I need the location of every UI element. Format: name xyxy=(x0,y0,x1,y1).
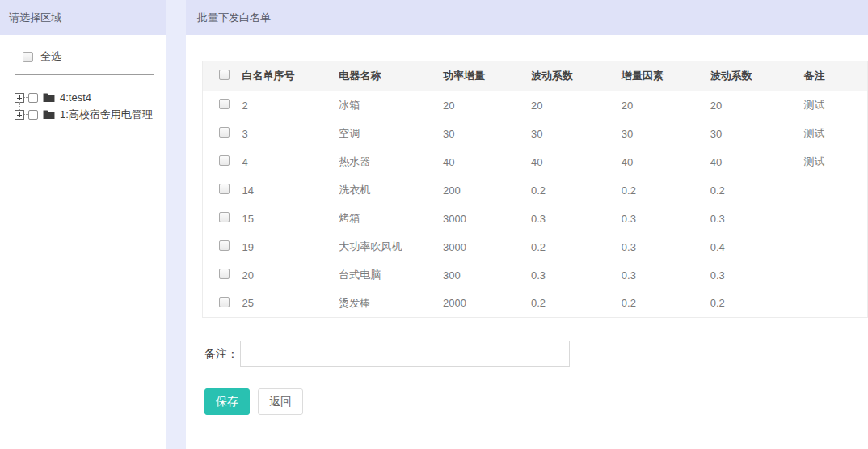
tree-node-checkbox[interactable] xyxy=(28,110,38,120)
row-checkbox-cell xyxy=(203,205,242,233)
select-all-rows-checkbox[interactable] xyxy=(219,70,230,80)
table-body: 2冰箱20202020测试3空调30303030测试4热水器40404040测试… xyxy=(203,91,868,318)
table-cell: 30 xyxy=(531,120,622,148)
table-cell xyxy=(804,176,868,205)
save-button[interactable]: 保存 xyxy=(204,388,250,415)
select-all-checkbox[interactable] xyxy=(23,52,33,62)
column-header: 波动系数 xyxy=(531,61,622,91)
table-cell: 20 xyxy=(531,91,622,120)
row-checkbox[interactable] xyxy=(219,127,230,138)
sidebar-body: 全选 4:test4 1:高校宿舍用电管理 xyxy=(0,35,166,123)
table-cell: 0.2 xyxy=(622,290,710,318)
table-cell: 洗衣机 xyxy=(339,176,443,205)
table-cell: 30 xyxy=(622,120,710,148)
table-row: 4热水器40404040测试 xyxy=(203,148,868,176)
row-checkbox-cell xyxy=(203,290,242,318)
table-cell xyxy=(804,233,868,261)
table-cell: 烫发棒 xyxy=(339,290,443,318)
table-cell: 40 xyxy=(710,148,804,176)
table-cell: 20 xyxy=(622,91,710,120)
whitelist-table: 白名单序号电器名称功率增量波动系数增量因素波动系数备注 2冰箱20202020测… xyxy=(202,61,868,318)
tree-item-test4: 4:test4 xyxy=(15,89,166,106)
row-checkbox[interactable] xyxy=(219,155,230,166)
header-checkbox-cell xyxy=(203,61,242,91)
whitelist-table-wrap: 白名单序号电器名称功率增量波动系数增量因素波动系数备注 2冰箱20202020测… xyxy=(202,61,868,318)
expand-icon[interactable] xyxy=(15,110,24,120)
table-row: 25烫发棒20000.20.20.2 xyxy=(203,290,868,318)
column-header: 增量因素 xyxy=(622,61,710,91)
tree-node-checkbox[interactable] xyxy=(28,93,38,103)
table-cell: 14 xyxy=(242,176,339,205)
table-cell: 0.4 xyxy=(710,233,804,261)
table-cell: 3000 xyxy=(443,205,531,233)
table-cell: 20 xyxy=(242,261,339,290)
table-cell: 0.3 xyxy=(710,261,804,290)
column-header: 白名单序号 xyxy=(242,61,339,91)
table-row: 2冰箱20202020测试 xyxy=(203,91,868,120)
remark-label: 备注： xyxy=(204,347,238,362)
table-cell xyxy=(804,261,868,290)
row-checkbox-cell xyxy=(203,261,242,290)
table-cell: 40 xyxy=(531,148,622,176)
expand-icon[interactable] xyxy=(15,93,24,103)
row-checkbox[interactable] xyxy=(219,212,230,222)
table-cell: 30 xyxy=(443,120,531,148)
remark-input[interactable] xyxy=(240,341,570,367)
table-header-row: 白名单序号电器名称功率增量波动系数增量因素波动系数备注 xyxy=(203,61,868,91)
table-cell: 空调 xyxy=(339,120,443,148)
table-cell: 20 xyxy=(443,91,531,120)
table-cell: 烤箱 xyxy=(339,205,443,233)
table-cell: 0.3 xyxy=(622,261,710,290)
row-checkbox[interactable] xyxy=(219,297,230,307)
table-cell: 3000 xyxy=(443,233,531,261)
table-row: 15烤箱30000.30.30.3 xyxy=(203,205,868,233)
table-cell: 15 xyxy=(242,205,339,233)
table-row: 3空调30303030测试 xyxy=(203,120,868,148)
back-button[interactable]: 返回 xyxy=(258,388,303,415)
row-checkbox[interactable] xyxy=(219,184,230,194)
sidebar-header: 请选择区域 xyxy=(0,0,166,35)
remark-row: 备注： xyxy=(204,341,868,367)
table-cell: 40 xyxy=(622,148,710,176)
row-checkbox-cell xyxy=(203,120,242,148)
table-row: 20台式电脑3000.30.30.3 xyxy=(203,261,868,290)
table-cell: 20 xyxy=(710,91,804,120)
table-cell: 冰箱 xyxy=(339,91,443,120)
column-header: 波动系数 xyxy=(710,61,804,91)
table-cell: 0.2 xyxy=(710,176,804,205)
table-cell xyxy=(804,205,868,233)
table-head: 白名单序号电器名称功率增量波动系数增量因素波动系数备注 xyxy=(203,61,868,91)
table-cell: 2 xyxy=(242,91,339,120)
table-cell: 0.3 xyxy=(531,205,622,233)
table-cell: 热水器 xyxy=(339,148,443,176)
table-cell: 0.3 xyxy=(531,261,622,290)
tree-item-dorm-power: 1:高校宿舍用电管理 xyxy=(15,106,166,123)
row-checkbox[interactable] xyxy=(219,99,230,109)
tree-node-label[interactable]: 4:test4 xyxy=(60,91,91,104)
whitelist-panel: 批量下发白名单 白名单序号电器名称功率增量波动系数增量因素波动系数备注 2冰箱2… xyxy=(186,0,868,449)
select-all-label: 全选 xyxy=(40,49,61,64)
table-cell: 0.2 xyxy=(531,233,622,261)
tree-node-label[interactable]: 1:高校宿舍用电管理 xyxy=(60,108,153,122)
table-row: 19大功率吹风机30000.20.30.4 xyxy=(203,233,868,261)
table-cell: 0.3 xyxy=(622,205,710,233)
sidebar-divider xyxy=(15,74,154,75)
table-cell: 0.2 xyxy=(531,290,622,318)
row-checkbox[interactable] xyxy=(219,269,230,279)
row-checkbox-cell xyxy=(203,176,242,205)
row-checkbox[interactable] xyxy=(219,240,230,251)
panel-gap xyxy=(166,0,186,449)
region-tree: 4:test4 1:高校宿舍用电管理 xyxy=(15,89,166,123)
folder-icon xyxy=(43,92,55,103)
table-cell: 0.3 xyxy=(622,233,710,261)
select-all-row: 全选 xyxy=(15,49,166,64)
table-cell: 测试 xyxy=(804,91,868,120)
table-cell: 300 xyxy=(443,261,531,290)
table-cell: 台式电脑 xyxy=(339,261,443,290)
column-header: 备注 xyxy=(804,61,868,91)
row-checkbox-cell xyxy=(203,148,242,176)
table-cell: 测试 xyxy=(804,148,868,176)
folder-icon xyxy=(43,109,55,120)
column-header: 电器名称 xyxy=(339,61,443,91)
row-checkbox-cell xyxy=(203,91,242,120)
